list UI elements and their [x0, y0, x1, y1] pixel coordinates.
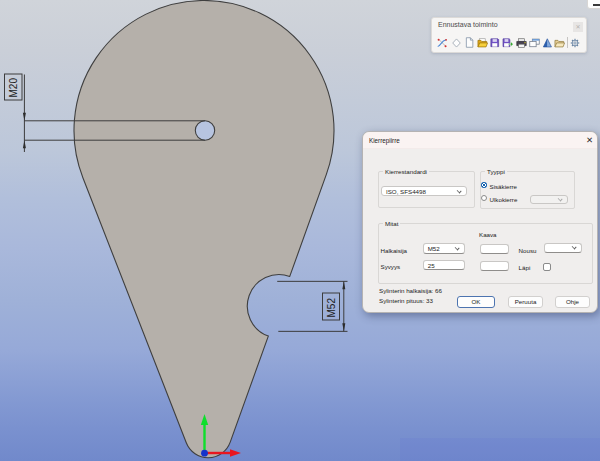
- svg-text:M20: M20: [8, 78, 19, 98]
- svg-text:M52: M52: [326, 298, 337, 318]
